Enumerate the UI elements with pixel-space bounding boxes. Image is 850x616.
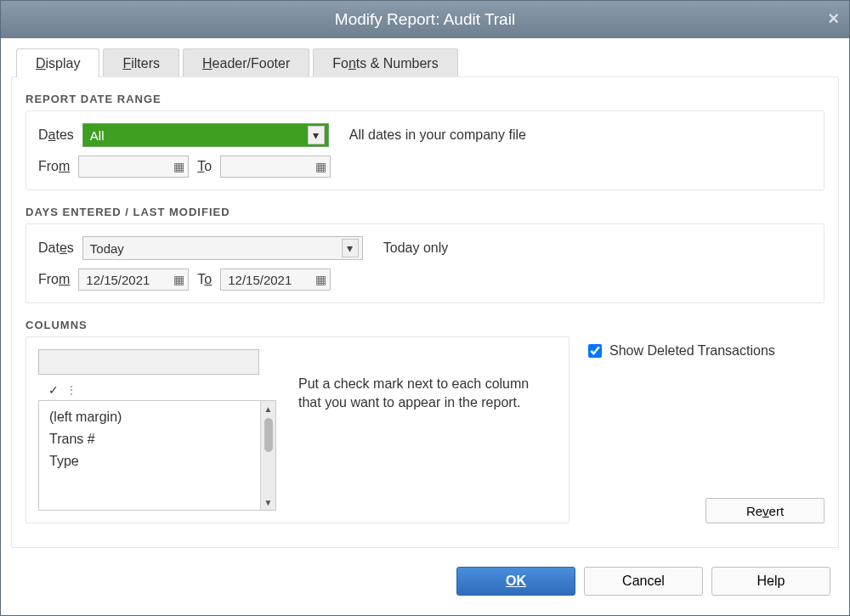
scroll-up-icon[interactable]: ▲ (261, 401, 275, 416)
from-label: From (38, 159, 70, 174)
report-date-range-group: Dates All ▾ All dates in your company fi… (26, 110, 824, 190)
show-deleted-input[interactable] (588, 344, 602, 358)
dates2-dropdown-value: Today (90, 241, 342, 256)
revert-button[interactable]: Revert (706, 498, 824, 523)
help-button[interactable]: Help (711, 567, 830, 596)
columns-listbox[interactable]: (left margin) Trans # Type ▲ ▼ (38, 400, 276, 511)
columns-hint: Put a check mark next to each column tha… (298, 375, 553, 413)
dates-dropdown-value: All (90, 128, 308, 143)
to2-date-value: 12/15/2021 (228, 273, 292, 287)
days-entered-group: Dates Today ▾ Today only From 12/15/2021… (26, 223, 824, 303)
display-panel: REPORT DATE RANGE Dates All ▾ All dates … (11, 76, 839, 548)
calendar-icon[interactable]: ▦ (173, 273, 184, 286)
scroll-down-icon[interactable]: ▼ (261, 494, 275, 510)
chevron-down-icon: ▾ (342, 239, 359, 257)
tab-filters[interactable]: Filters (103, 48, 179, 77)
from2-date-input[interactable]: 12/15/2021 ▦ (78, 268, 189, 291)
section-days-entered: DAYS ENTERED / LAST MODIFIED Dates Today… (26, 206, 824, 303)
tab-fonts-numbers[interactable]: Fonts & Numbers (313, 48, 458, 77)
close-icon[interactable]: × (828, 9, 839, 28)
window-title: Modify Report: Audit Trail (335, 10, 515, 29)
dates-dropdown[interactable]: All ▾ (82, 123, 329, 147)
dates-label: Dates (38, 127, 74, 143)
tab-header-footer[interactable]: Header/Footer (183, 48, 309, 77)
cancel-button[interactable]: Cancel (584, 567, 703, 596)
dates2-description: Today only (383, 240, 449, 256)
to2-label: To (197, 272, 212, 287)
from-date-input[interactable]: ▦ (78, 155, 189, 178)
modify-report-window: Modify Report: Audit Trail × Display Fil… (0, 0, 850, 616)
client-area: Display Filters Header/Footer Fonts & Nu… (1, 38, 849, 615)
dates2-label: Dates (38, 240, 74, 256)
list-item[interactable]: (left margin) (46, 406, 253, 428)
titlebar: Modify Report: Audit Trail × (1, 1, 849, 38)
columns-check-header: ✓ ⋮ (38, 383, 276, 397)
days-entered-label: DAYS ENTERED / LAST MODIFIED (26, 206, 824, 218)
report-date-range-label: REPORT DATE RANGE (26, 93, 824, 105)
dialog-footer: OK Cancel Help (11, 557, 839, 605)
list-item[interactable]: Type (46, 450, 253, 472)
show-deleted-checkbox[interactable]: Show Deleted Transactions (585, 342, 824, 360)
section-report-date-range: REPORT DATE RANGE Dates All ▾ All dates … (26, 93, 824, 190)
show-deleted-label: Show Deleted Transactions (609, 343, 775, 359)
to2-date-input[interactable]: 12/15/2021 ▦ (220, 268, 331, 291)
from2-label: From (38, 272, 70, 287)
list-item[interactable]: Trans # (46, 428, 253, 450)
columns-group: ✓ ⋮ (left margin) Trans # Type (26, 336, 570, 523)
calendar-icon[interactable]: ▦ (315, 160, 326, 173)
tab-display[interactable]: Display (16, 48, 99, 77)
scrollbar[interactable]: ▲ ▼ (260, 401, 275, 510)
calendar-icon[interactable]: ▦ (173, 160, 184, 173)
chevron-down-icon: ▾ (308, 126, 325, 144)
tabs: Display Filters Header/Footer Fonts & Nu… (16, 48, 839, 77)
to-label: To (197, 159, 212, 174)
dates2-dropdown[interactable]: Today ▾ (82, 236, 363, 260)
section-columns: COLUMNS ✓ ⋮ (26, 319, 824, 523)
from2-date-value: 12/15/2021 (86, 273, 150, 287)
ok-button[interactable]: OK (456, 567, 575, 596)
columns-filter-input[interactable] (38, 349, 259, 375)
calendar-icon[interactable]: ▦ (315, 273, 326, 286)
to-date-input[interactable]: ▦ (220, 155, 331, 178)
check-icon: ✓ (48, 383, 59, 397)
right-column: Show Deleted Transactions Revert (585, 336, 824, 523)
columns-label: COLUMNS (26, 319, 824, 331)
scroll-thumb[interactable] (264, 418, 273, 452)
columns-list-items: (left margin) Trans # Type (39, 401, 260, 510)
dots-icon: ⋮ (65, 383, 78, 397)
dates-description: All dates in your company file (349, 127, 526, 143)
